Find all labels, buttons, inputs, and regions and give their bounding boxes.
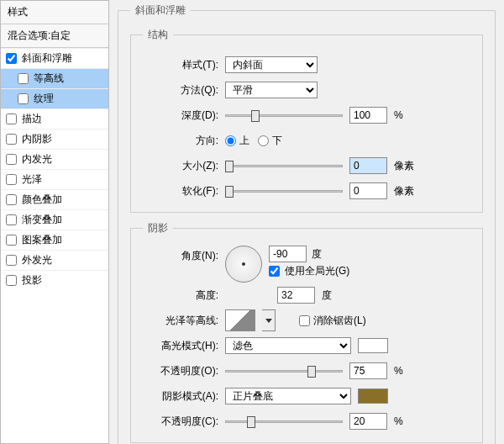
sidebar-item-checkbox[interactable]	[6, 214, 17, 225]
sidebar-item-checkbox[interactable]	[6, 255, 17, 266]
technique-label: 方法(Q):	[143, 83, 218, 98]
anti-alias-label: 消除锯齿(L)	[313, 314, 366, 328]
soften-slider[interactable]	[225, 184, 343, 198]
sidebar-item-checkbox[interactable]	[6, 154, 17, 165]
bevel-fieldset: 斜面和浮雕 结构 样式(T): 内斜面 方法(Q): 平滑 深度(	[118, 3, 496, 444]
sidebar-item-label: 图案叠加	[22, 233, 103, 247]
sidebar-item-label: 描边	[22, 112, 103, 126]
sidebar-item-checkbox[interactable]	[18, 73, 29, 84]
global-light-checkbox[interactable]	[269, 266, 280, 277]
depth-input[interactable]	[349, 107, 387, 124]
depth-slider[interactable]	[225, 108, 343, 122]
gloss-contour-label: 光泽等高线:	[143, 314, 218, 328]
sidebar: 样式 混合选项:自定 斜面和浮雕等高线纹理描边内阴影内发光光泽颜色叠加渐变叠加图…	[0, 0, 109, 444]
sidebar-item-label: 颜色叠加	[22, 193, 103, 207]
angle-unit: 度	[312, 247, 322, 262]
highlight-color-swatch[interactable]	[358, 338, 388, 353]
sidebar-item-checkbox[interactable]	[6, 275, 17, 286]
sidebar-item-7[interactable]: 颜色叠加	[1, 189, 108, 209]
highlight-mode-label: 高光模式(H):	[143, 339, 218, 353]
highlight-mode-select[interactable]: 滤色	[225, 337, 351, 354]
sidebar-subheader[interactable]: 混合选项:自定	[1, 24, 108, 48]
main-panel: 斜面和浮雕 结构 样式(T): 内斜面 方法(Q): 平滑 深度(	[109, 0, 504, 444]
shadow-opacity-label: 不透明度(C):	[143, 415, 218, 429]
direction-label: 方向:	[143, 134, 218, 148]
sidebar-item-label: 内阴影	[22, 132, 103, 146]
structure-fieldset: 结构 样式(T): 内斜面 方法(Q): 平滑 深度(D):	[130, 28, 483, 213]
highlight-opacity-unit: %	[394, 365, 423, 377]
sidebar-item-label: 投影	[22, 273, 103, 288]
sidebar-item-8[interactable]: 渐变叠加	[1, 209, 108, 230]
size-label: 大小(Z):	[143, 159, 218, 173]
sidebar-item-3[interactable]: 描边	[1, 108, 108, 129]
angle-input[interactable]	[269, 246, 307, 262]
shadow-opacity-input[interactable]	[349, 413, 387, 430]
sidebar-item-checkbox[interactable]	[6, 53, 17, 64]
altitude-unit: 度	[322, 288, 332, 303]
soften-label: 软化(F):	[143, 184, 218, 198]
sidebar-item-label: 斜面和浮雕	[22, 51, 103, 66]
sidebar-item-checkbox[interactable]	[6, 174, 17, 185]
shadow-color-swatch[interactable]	[358, 388, 388, 404]
sidebar-item-label: 等高线	[34, 71, 103, 86]
anti-alias-checkbox[interactable]	[299, 315, 310, 326]
shading-fieldset: 阴影 角度(N): 度 使用全局光(G)	[130, 221, 483, 443]
technique-select[interactable]: 平滑	[225, 82, 318, 98]
sidebar-item-9[interactable]: 图案叠加	[1, 230, 108, 250]
altitude-label: 高度:	[143, 288, 218, 303]
highlight-opacity-input[interactable]	[349, 362, 387, 379]
shadow-opacity-slider[interactable]	[225, 415, 343, 428]
size-input[interactable]	[349, 157, 387, 174]
size-unit: 像素	[394, 159, 423, 173]
soften-unit: 像素	[394, 184, 423, 198]
sidebar-item-label: 渐变叠加	[22, 213, 103, 227]
shadow-opacity-unit: %	[394, 415, 423, 427]
sidebar-item-checkbox[interactable]	[6, 194, 17, 205]
soften-input[interactable]	[349, 182, 387, 199]
sidebar-item-label: 光泽	[22, 172, 103, 187]
sidebar-item-10[interactable]: 外发光	[1, 250, 108, 270]
sidebar-item-label: 内发光	[22, 152, 103, 166]
sidebar-item-1[interactable]: 等高线	[1, 68, 108, 88]
bevel-legend: 斜面和浮雕	[130, 3, 191, 18]
shadow-mode-select[interactable]: 正片叠底	[225, 388, 351, 404]
structure-legend: 结构	[143, 28, 173, 42]
sidebar-item-checkbox[interactable]	[6, 114, 17, 124]
style-select[interactable]: 内斜面	[225, 56, 318, 73]
depth-unit: %	[394, 109, 423, 121]
gloss-contour-picker[interactable]	[225, 309, 255, 331]
size-slider[interactable]	[225, 159, 343, 172]
sidebar-item-5[interactable]: 内发光	[1, 149, 108, 169]
highlight-opacity-label: 不透明度(O):	[143, 364, 218, 378]
chevron-down-icon	[265, 319, 272, 323]
sidebar-item-2[interactable]: 纹理	[1, 88, 108, 108]
sidebar-item-checkbox[interactable]	[18, 93, 29, 104]
highlight-opacity-slider[interactable]	[225, 364, 343, 378]
altitude-input[interactable]	[277, 287, 315, 304]
sidebar-item-4[interactable]: 内阴影	[1, 129, 108, 149]
sidebar-item-11[interactable]: 投影	[1, 270, 108, 290]
style-label: 样式(T):	[143, 58, 218, 72]
sidebar-item-checkbox[interactable]	[6, 235, 17, 246]
depth-label: 深度(D):	[143, 108, 218, 123]
direction-down-radio[interactable]: 下	[258, 134, 282, 148]
global-light-label: 使用全局光(G)	[285, 264, 349, 278]
sidebar-header: 样式	[1, 1, 108, 24]
shadow-mode-label: 阴影模式(A):	[143, 389, 218, 404]
gloss-contour-dropdown[interactable]	[262, 309, 276, 331]
sidebar-item-label: 外发光	[22, 253, 103, 267]
shading-legend: 阴影	[143, 221, 173, 235]
sidebar-item-label: 纹理	[34, 92, 103, 106]
direction-up-radio[interactable]: 上	[225, 134, 249, 148]
angle-label: 角度(N):	[143, 249, 218, 263]
sidebar-item-checkbox[interactable]	[6, 134, 17, 145]
sidebar-list: 斜面和浮雕等高线纹理描边内阴影内发光光泽颜色叠加渐变叠加图案叠加外发光投影	[1, 48, 108, 290]
sidebar-item-6[interactable]: 光泽	[1, 169, 108, 189]
sidebar-item-0[interactable]: 斜面和浮雕	[1, 48, 108, 68]
angle-dial[interactable]	[225, 246, 262, 283]
